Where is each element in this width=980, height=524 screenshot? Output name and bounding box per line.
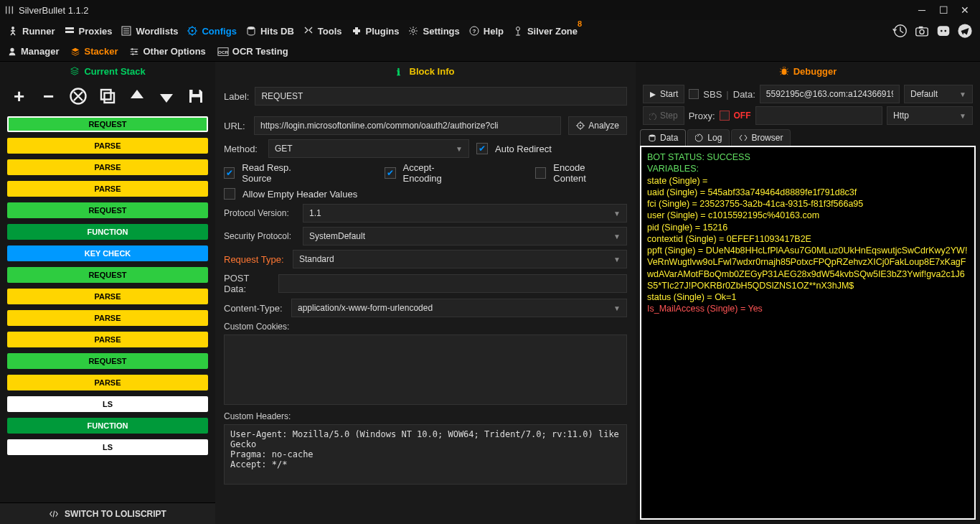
stack-block[interactable]: PARSE <box>7 289 208 304</box>
url-input[interactable] <box>254 116 561 135</box>
data-input[interactable] <box>760 85 900 103</box>
tab-log[interactable]: Log <box>687 129 730 146</box>
stack-block[interactable]: REQUEST <box>7 353 208 369</box>
svg-rect-1 <box>65 27 74 29</box>
reqtype-select[interactable]: Standard▼ <box>293 250 627 268</box>
subnav-stacker[interactable]: Stacker <box>70 46 118 57</box>
nav-runner[interactable]: Runner <box>7 25 55 37</box>
wordlist-type-select[interactable]: Default▼ <box>904 85 973 103</box>
step-button[interactable]: Step <box>643 106 684 125</box>
block-label-input[interactable] <box>255 87 627 106</box>
nav-plugins[interactable]: Plugins <box>351 25 400 37</box>
info-icon: ℹ <box>397 67 405 75</box>
titlebar: SilverBullet 1.1.2 ─ ☐ ✕ <box>0 0 980 20</box>
cookies-textarea[interactable] <box>224 334 627 405</box>
nav-tools[interactable]: Tools <box>303 25 342 37</box>
stack-block[interactable]: FUNCTION <box>7 418 208 434</box>
method-select[interactable]: GET▼ <box>268 139 469 158</box>
switch-loliscript-button[interactable]: SWITCH TO LOLISCRIPT <box>0 502 215 524</box>
nav-proxies[interactable]: Proxies <box>64 25 113 37</box>
remove-block-button[interactable]: − <box>38 85 60 107</box>
read-resp-checkbox[interactable] <box>224 167 235 179</box>
contenttype-label: Content-Type: <box>224 303 284 314</box>
stack-block[interactable]: PARSE <box>7 138 208 154</box>
accept-encoding-checkbox[interactable] <box>385 167 395 179</box>
copy-block-button[interactable] <box>97 85 118 107</box>
stack-block[interactable]: LS <box>7 396 208 412</box>
subnav-manager[interactable]: Manager <box>7 46 59 57</box>
stack-toolbar: + − <box>0 80 215 112</box>
move-down-button[interactable] <box>156 85 177 107</box>
nav-settings[interactable]: Settings <box>407 25 459 37</box>
camera-icon[interactable] <box>914 23 930 39</box>
nav-configs[interactable]: Configs <box>187 25 236 37</box>
proto-select[interactable]: 1.1▼ <box>303 204 627 223</box>
save-button[interactable] <box>185 85 207 107</box>
proxy-type-select[interactable]: Http▼ <box>887 106 973 125</box>
svg-rect-29 <box>192 98 200 103</box>
stack-list[interactable]: REQUESTPARSEPARSEPARSEREQUESTFUNCTIONKEY… <box>0 112 215 502</box>
subnav-ocr[interactable]: OCR OCR Testing <box>217 46 288 57</box>
contenttype-select[interactable]: application/x-www-form-urlencoded▼ <box>291 299 627 317</box>
window-close-button[interactable]: ✕ <box>954 2 976 18</box>
stack-block[interactable]: PARSE <box>7 310 208 326</box>
nav-silverzone[interactable]: Silver Zone 8 <box>512 25 578 37</box>
svg-point-5 <box>192 30 194 32</box>
data-tab-icon <box>648 134 656 142</box>
secproto-select[interactable]: SystemDefault▼ <box>303 227 627 245</box>
nav-wordlists[interactable]: Wordlists <box>121 25 178 37</box>
stack-block[interactable]: PARSE <box>7 332 208 347</box>
nav-help[interactable]: ? Help <box>468 25 504 37</box>
headers-textarea[interactable] <box>224 424 627 485</box>
debugger-console[interactable]: BOT STATUS: SUCCESSVARIABLES:state (Sing… <box>640 146 976 520</box>
wordlists-icon <box>121 25 132 37</box>
svg-rect-28 <box>193 90 199 94</box>
encode-content-checkbox[interactable] <box>535 167 546 179</box>
stack-block[interactable]: LS <box>7 439 208 455</box>
history-icon[interactable] <box>892 23 908 39</box>
clear-block-button[interactable] <box>67 85 89 107</box>
svg-point-6 <box>248 27 255 29</box>
stack-block[interactable]: PARSE <box>7 159 208 175</box>
stack-block[interactable]: FUNCTION <box>7 224 208 240</box>
code-icon <box>49 509 59 519</box>
bug-icon <box>779 66 789 76</box>
subnav-other[interactable]: Other Options <box>129 46 205 57</box>
auto-redirect-checkbox[interactable] <box>476 143 488 154</box>
stack-block[interactable]: PARSE <box>7 375 208 390</box>
browser-tab-icon <box>739 134 748 142</box>
telegram-icon[interactable] <box>957 23 973 39</box>
target-icon <box>576 121 585 130</box>
window-maximize-button[interactable]: ☐ <box>933 2 954 18</box>
stack-block[interactable]: REQUEST <box>7 116 208 132</box>
nav-hitsdb[interactable]: Hits DB <box>245 25 294 37</box>
proxies-icon <box>64 25 75 37</box>
proxy-input[interactable] <box>755 106 882 125</box>
stack-block[interactable]: KEY CHECK <box>7 245 208 261</box>
stack-block[interactable]: PARSE <box>7 181 208 197</box>
encode-content-label: Encode Content <box>553 162 617 184</box>
proxy-checkbox[interactable] <box>720 111 730 121</box>
discord-icon[interactable] <box>936 23 951 39</box>
postdata-input[interactable] <box>278 274 627 293</box>
read-resp-label: Read Resp. Source <box>242 162 319 184</box>
tab-data[interactable]: Data <box>640 129 686 146</box>
svg-point-17 <box>944 30 946 32</box>
manager-icon <box>7 47 17 57</box>
allow-empty-checkbox[interactable] <box>224 188 235 200</box>
svg-point-19 <box>10 47 14 51</box>
move-up-button[interactable] <box>126 85 148 107</box>
stack-block[interactable]: REQUEST <box>7 267 208 283</box>
options-icon <box>129 47 139 57</box>
stack-block[interactable]: REQUEST <box>7 202 208 218</box>
reqtype-label: Request Type: <box>224 254 286 265</box>
postdata-label: POST Data: <box>224 273 271 294</box>
add-block-button[interactable]: + <box>9 85 30 107</box>
tab-browser[interactable]: Browser <box>731 129 791 146</box>
analyze-button[interactable]: Analyze <box>568 116 627 135</box>
start-button[interactable]: Start <box>643 85 684 103</box>
configs-icon <box>187 25 198 37</box>
sbs-checkbox[interactable] <box>689 89 699 99</box>
svg-point-7 <box>412 29 415 32</box>
window-minimize-button[interactable]: ─ <box>911 2 933 18</box>
